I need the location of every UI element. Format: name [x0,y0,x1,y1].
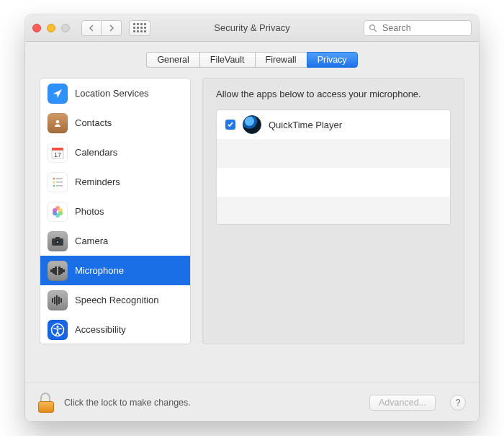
sidebar-item-label: Contacts [75,117,112,128]
svg-rect-23 [53,268,55,274]
lock-icon[interactable] [38,393,55,413]
photos-icon [48,202,68,222]
tab-filevault[interactable]: FileVault [199,52,255,68]
svg-rect-26 [60,268,63,274]
sidebar-item-label: Location Services [75,88,149,99]
location-icon [48,84,68,104]
sidebar-item-speech[interactable]: Speech Recognition [40,285,190,315]
tab-privacy[interactable]: Privacy [307,52,358,68]
tab-bar: General FileVault Firewall Privacy [25,42,479,75]
svg-text:17: 17 [54,151,61,158]
camera-icon [48,231,68,251]
sidebar-item-label: Photos [75,206,104,217]
sidebar-item-label: Accessibility [75,324,126,335]
help-button[interactable]: ? [450,395,466,411]
maximize-button[interactable] [61,24,70,32]
detail-pane: Allow the apps below to access your micr… [202,78,464,344]
segmented-control: General FileVault Firewall Privacy [146,52,357,68]
tab-firewall[interactable]: Firewall [255,52,307,68]
svg-point-17 [53,208,57,212]
svg-rect-7 [56,178,63,179]
svg-point-8 [53,181,55,183]
svg-rect-27 [63,269,65,272]
svg-point-34 [56,325,58,327]
sidebar-item-label: Reminders [75,176,120,187]
sidebar-item-photos[interactable]: Photos [40,197,190,226]
detail-heading: Allow the apps below to access your micr… [216,89,451,99]
titlebar: Security & Privacy [25,14,479,42]
accessibility-icon [48,320,68,340]
svg-rect-21 [55,237,60,239]
svg-point-6 [53,177,55,179]
contacts-icon [48,113,68,133]
tab-label: Firewall [266,55,297,65]
tab-label: General [157,55,189,65]
advanced-button[interactable]: Advanced... [369,395,436,411]
app-checkbox[interactable] [225,120,235,130]
privacy-sidebar: Location Services Contacts 17 Calendars … [40,78,191,344]
grid-icon [133,23,146,32]
search-field[interactable] [364,20,472,36]
svg-rect-29 [54,297,55,304]
sidebar-item-reminders[interactable]: Reminders [40,167,190,197]
svg-rect-30 [56,295,58,305]
search-icon [369,24,377,32]
svg-rect-24 [55,267,57,275]
footer: Click the lock to make changes. Advanced… [25,382,479,421]
quicktime-icon [243,115,261,134]
svg-point-0 [370,24,375,30]
advanced-label: Advanced... [379,398,426,408]
svg-line-1 [374,30,377,32]
app-list: QuickTime Player [216,109,451,225]
app-name: QuickTime Player [269,120,342,130]
microphone-icon [48,261,68,281]
content-area: Location Services Contacts 17 Calendars … [25,75,479,382]
svg-rect-9 [56,182,63,183]
sidebar-item-accessibility[interactable]: Accessibility [40,315,190,344]
traffic-lights [32,24,70,32]
nav-buttons [81,20,122,36]
sidebar-item-label: Calendars [75,147,117,158]
sidebar-item-label: Speech Recognition [75,295,158,305]
reminders-icon [48,172,68,192]
tab-general[interactable]: General [146,52,199,68]
preferences-window: Security & Privacy General FileVault Fir… [25,14,479,421]
svg-rect-11 [56,185,63,187]
app-row-empty [217,139,450,168]
app-row[interactable]: QuickTime Player [217,110,450,139]
search-input[interactable] [381,22,467,34]
sidebar-item-microphone[interactable]: Microphone [40,256,190,285]
svg-rect-32 [60,298,62,303]
svg-rect-3 [52,148,63,151]
app-row-empty [217,168,450,197]
calendar-icon: 17 [48,143,68,163]
close-button[interactable] [32,24,41,32]
sidebar-item-camera[interactable]: Camera [40,226,190,256]
sidebar-item-contacts[interactable]: Contacts [40,108,190,138]
minimize-button[interactable] [47,24,55,32]
svg-point-2 [56,120,60,123]
sidebar-item-label: Camera [75,236,108,246]
back-button[interactable] [81,20,102,36]
svg-point-20 [57,241,59,243]
svg-rect-31 [58,297,60,304]
svg-point-10 [53,184,55,187]
app-row-empty [217,197,450,225]
svg-rect-28 [52,298,53,303]
svg-rect-22 [50,269,53,272]
tab-label: Privacy [318,55,347,65]
show-all-button[interactable] [129,20,150,36]
speech-icon [48,290,68,310]
forward-button[interactable] [102,20,122,36]
lock-hint-text: Click the lock to make changes. [64,398,191,408]
sidebar-item-label: Microphone [75,265,124,276]
svg-rect-25 [58,267,60,275]
sidebar-item-calendars[interactable]: 17 Calendars [40,138,190,167]
help-label: ? [455,397,460,408]
tab-label: FileVault [210,55,245,65]
sidebar-item-location[interactable]: Location Services [40,79,190,108]
